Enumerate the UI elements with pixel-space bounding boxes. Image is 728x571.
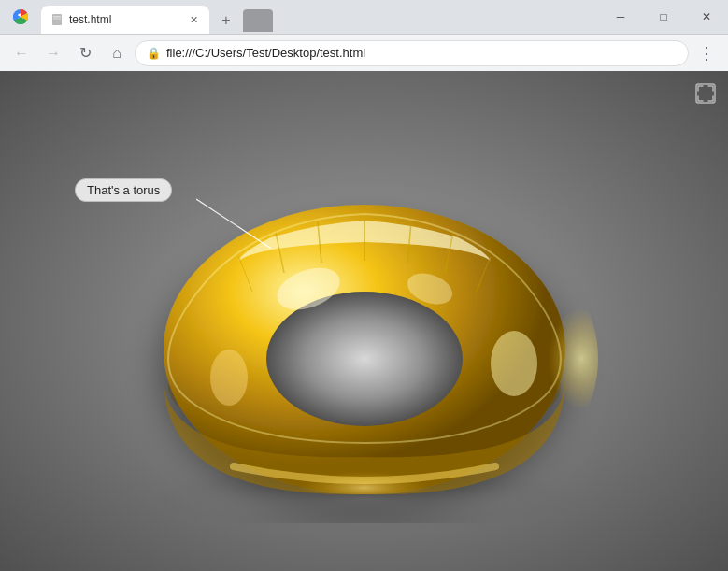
svg-point-8 — [234, 429, 495, 494]
lock-icon: 🔒 — [147, 47, 161, 60]
window-controls: ─ □ ✕ — [599, 0, 728, 34]
refresh-button[interactable]: ↻ — [71, 39, 99, 67]
tab-title: test.html — [69, 13, 179, 26]
svg-rect-3 — [53, 16, 61, 18]
svg-rect-2 — [52, 14, 62, 25]
back-button[interactable]: ← — [7, 39, 36, 67]
new-tab-area: + — [209, 7, 277, 34]
title-bar-left — [7, 4, 34, 30]
forward-button[interactable]: → — [39, 39, 67, 67]
new-tab-button[interactable]: + — [213, 7, 239, 34]
home-button[interactable]: ⌂ — [103, 39, 131, 67]
svg-rect-4 — [53, 19, 61, 20]
nav-bar: ← → ↻ ⌂ 🔒 ⋮ — [0, 34, 728, 71]
torus-scene — [0, 71, 728, 571]
webpage-content: That's a torus — [0, 71, 728, 571]
tab-favicon — [50, 13, 64, 26]
tab-close-button[interactable]: ✕ — [185, 11, 202, 28]
address-input[interactable] — [166, 46, 677, 60]
tooltip-text: That's a torus — [75, 178, 172, 202]
address-bar[interactable]: 🔒 — [135, 40, 689, 66]
tooltip-bubble: That's a torus — [75, 178, 172, 202]
browser-window: test.html ✕ + ─ □ ✕ ← → ↻ ⌂ 🔒 ⋮ — [0, 0, 728, 571]
svg-rect-15 — [696, 84, 715, 103]
extra-tab-stub — [243, 9, 273, 32]
maximize-button[interactable]: □ — [642, 0, 685, 34]
minimize-button[interactable]: ─ — [599, 0, 642, 34]
svg-point-12 — [210, 350, 248, 406]
active-tab[interactable]: test.html ✕ — [41, 6, 209, 34]
svg-point-13 — [491, 331, 537, 396]
title-bar: test.html ✕ + ─ □ ✕ — [0, 0, 728, 34]
fullscreen-icon — [695, 83, 716, 104]
chrome-menu-icon[interactable] — [7, 4, 34, 30]
torus-svg — [84, 107, 645, 536]
more-options-button[interactable]: ⋮ — [692, 39, 721, 67]
tabs-area: test.html ✕ + — [41, 0, 599, 34]
close-button[interactable]: ✕ — [685, 0, 728, 34]
svg-point-7 — [266, 292, 463, 426]
fullscreen-button[interactable] — [692, 80, 719, 107]
